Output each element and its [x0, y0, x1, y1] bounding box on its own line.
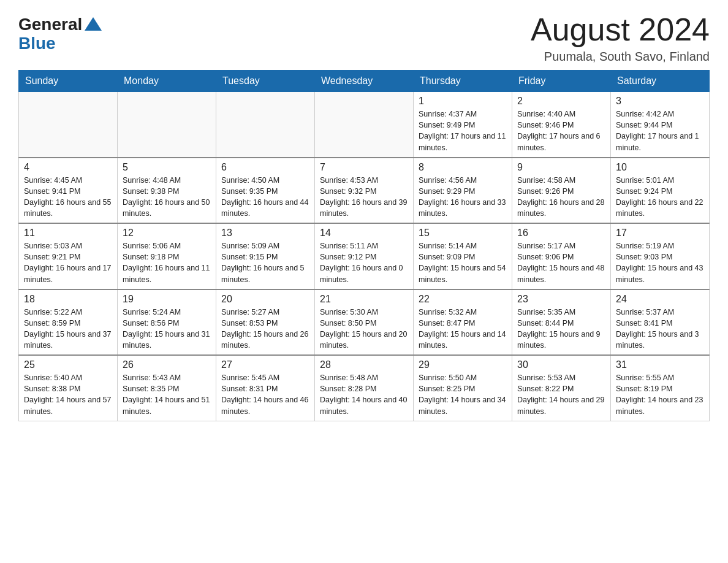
calendar-cell: 25Sunrise: 5:40 AM Sunset: 8:38 PM Dayli… [19, 355, 118, 421]
calendar-cell [315, 92, 414, 158]
day-number: 1 [419, 96, 507, 107]
calendar-cell: 17Sunrise: 5:19 AM Sunset: 9:03 PM Dayli… [611, 223, 710, 289]
day-info: Sunrise: 5:48 AM Sunset: 8:28 PM Dayligh… [320, 372, 408, 417]
weekday-header-tuesday: Tuesday [216, 71, 315, 92]
weekday-header-wednesday: Wednesday [315, 71, 414, 92]
page-header: General Blue August 2024 Puumala, South … [18, 12, 710, 64]
calendar-cell [118, 92, 216, 158]
calendar-week-row: 18Sunrise: 5:22 AM Sunset: 8:59 PM Dayli… [19, 289, 710, 356]
day-number: 18 [24, 294, 112, 305]
day-number: 20 [221, 294, 309, 305]
weekday-header-thursday: Thursday [414, 71, 512, 92]
weekday-header-sunday: Sunday [19, 71, 118, 92]
calendar-cell: 9Sunrise: 4:58 AM Sunset: 9:26 PM Daylig… [512, 158, 611, 224]
day-number: 3 [616, 96, 704, 107]
calendar-table: SundayMondayTuesdayWednesdayThursdayFrid… [18, 70, 710, 421]
calendar-cell: 13Sunrise: 5:09 AM Sunset: 9:15 PM Dayli… [216, 223, 315, 289]
page-subtitle: Puumala, South Savo, Finland [531, 50, 710, 64]
logo-triangle-icon [85, 17, 102, 31]
calendar-cell: 23Sunrise: 5:35 AM Sunset: 8:44 PM Dayli… [512, 289, 611, 356]
weekday-header-monday: Monday [118, 71, 216, 92]
calendar-week-row: 4Sunrise: 4:45 AM Sunset: 9:41 PM Daylig… [19, 158, 710, 224]
day-number: 22 [419, 294, 507, 305]
day-number: 10 [616, 162, 704, 173]
day-info: Sunrise: 5:37 AM Sunset: 8:41 PM Dayligh… [616, 307, 704, 351]
day-number: 2 [517, 96, 605, 107]
day-info: Sunrise: 5:06 AM Sunset: 9:18 PM Dayligh… [123, 240, 211, 285]
calendar-cell: 16Sunrise: 5:17 AM Sunset: 9:06 PM Dayli… [512, 223, 611, 289]
day-number: 14 [320, 228, 408, 239]
day-number: 25 [24, 359, 112, 370]
day-info: Sunrise: 4:53 AM Sunset: 9:32 PM Dayligh… [320, 175, 408, 220]
day-number: 7 [320, 162, 408, 173]
calendar-cell: 15Sunrise: 5:14 AM Sunset: 9:09 PM Dayli… [414, 223, 512, 289]
calendar-cell: 14Sunrise: 5:11 AM Sunset: 9:12 PM Dayli… [315, 223, 414, 289]
calendar-cell [19, 92, 118, 158]
calendar-cell: 31Sunrise: 5:55 AM Sunset: 8:19 PM Dayli… [611, 355, 710, 421]
day-info: Sunrise: 5:19 AM Sunset: 9:03 PM Dayligh… [616, 240, 704, 285]
calendar-cell: 1Sunrise: 4:37 AM Sunset: 9:49 PM Daylig… [414, 92, 512, 158]
day-number: 21 [320, 294, 408, 305]
calendar-week-row: 25Sunrise: 5:40 AM Sunset: 8:38 PM Dayli… [19, 355, 710, 421]
day-number: 17 [616, 228, 704, 239]
day-number: 8 [419, 162, 507, 173]
day-number: 12 [123, 228, 211, 239]
day-info: Sunrise: 5:03 AM Sunset: 9:21 PM Dayligh… [24, 240, 112, 285]
day-info: Sunrise: 5:50 AM Sunset: 8:25 PM Dayligh… [419, 372, 507, 417]
calendar-cell: 28Sunrise: 5:48 AM Sunset: 8:28 PM Dayli… [315, 355, 414, 421]
day-number: 28 [320, 359, 408, 370]
day-number: 6 [221, 162, 309, 173]
calendar-cell: 2Sunrise: 4:40 AM Sunset: 9:46 PM Daylig… [512, 92, 611, 158]
calendar-cell: 7Sunrise: 4:53 AM Sunset: 9:32 PM Daylig… [315, 158, 414, 224]
day-number: 27 [221, 359, 309, 370]
day-number: 11 [24, 228, 112, 239]
calendar-cell: 6Sunrise: 4:50 AM Sunset: 9:35 PM Daylig… [216, 158, 315, 224]
day-number: 5 [123, 162, 211, 173]
title-block: August 2024 Puumala, South Savo, Finland [531, 12, 710, 64]
day-info: Sunrise: 5:14 AM Sunset: 9:09 PM Dayligh… [419, 240, 507, 285]
day-info: Sunrise: 5:30 AM Sunset: 8:50 PM Dayligh… [320, 307, 408, 351]
calendar-cell: 19Sunrise: 5:24 AM Sunset: 8:56 PM Dayli… [118, 289, 216, 356]
calendar-cell: 18Sunrise: 5:22 AM Sunset: 8:59 PM Dayli… [19, 289, 118, 356]
calendar-header-row: SundayMondayTuesdayWednesdayThursdayFrid… [19, 71, 710, 92]
calendar-cell: 26Sunrise: 5:43 AM Sunset: 8:35 PM Dayli… [118, 355, 216, 421]
day-number: 19 [123, 294, 211, 305]
day-info: Sunrise: 5:45 AM Sunset: 8:31 PM Dayligh… [221, 372, 309, 417]
weekday-header-saturday: Saturday [611, 71, 710, 92]
day-info: Sunrise: 5:55 AM Sunset: 8:19 PM Dayligh… [616, 372, 704, 417]
calendar-cell: 29Sunrise: 5:50 AM Sunset: 8:25 PM Dayli… [414, 355, 512, 421]
calendar-week-row: 1Sunrise: 4:37 AM Sunset: 9:49 PM Daylig… [19, 92, 710, 158]
calendar-cell: 4Sunrise: 4:45 AM Sunset: 9:41 PM Daylig… [19, 158, 118, 224]
calendar-cell: 20Sunrise: 5:27 AM Sunset: 8:53 PM Dayli… [216, 289, 315, 356]
calendar-cell: 5Sunrise: 4:48 AM Sunset: 9:38 PM Daylig… [118, 158, 216, 224]
logo-general-text: General [18, 15, 102, 34]
day-info: Sunrise: 5:01 AM Sunset: 9:24 PM Dayligh… [616, 175, 704, 220]
logo-general-label: General [18, 15, 82, 34]
day-info: Sunrise: 4:37 AM Sunset: 9:49 PM Dayligh… [419, 109, 507, 153]
day-number: 4 [24, 162, 112, 173]
calendar-cell [216, 92, 315, 158]
day-info: Sunrise: 5:43 AM Sunset: 8:35 PM Dayligh… [123, 372, 211, 417]
calendar-cell: 22Sunrise: 5:32 AM Sunset: 8:47 PM Dayli… [414, 289, 512, 356]
calendar-cell: 8Sunrise: 4:56 AM Sunset: 9:29 PM Daylig… [414, 158, 512, 224]
calendar-cell: 24Sunrise: 5:37 AM Sunset: 8:41 PM Dayli… [611, 289, 710, 356]
calendar-cell: 27Sunrise: 5:45 AM Sunset: 8:31 PM Dayli… [216, 355, 315, 421]
logo: General Blue [18, 15, 102, 53]
weekday-header-friday: Friday [512, 71, 611, 92]
day-info: Sunrise: 5:22 AM Sunset: 8:59 PM Dayligh… [24, 307, 112, 351]
day-info: Sunrise: 5:17 AM Sunset: 9:06 PM Dayligh… [517, 240, 605, 285]
day-number: 26 [123, 359, 211, 370]
day-number: 16 [517, 228, 605, 239]
day-number: 24 [616, 294, 704, 305]
calendar-cell: 12Sunrise: 5:06 AM Sunset: 9:18 PM Dayli… [118, 223, 216, 289]
calendar-week-row: 11Sunrise: 5:03 AM Sunset: 9:21 PM Dayli… [19, 223, 710, 289]
day-info: Sunrise: 5:40 AM Sunset: 8:38 PM Dayligh… [24, 372, 112, 417]
day-info: Sunrise: 5:09 AM Sunset: 9:15 PM Dayligh… [221, 240, 309, 285]
calendar-cell: 10Sunrise: 5:01 AM Sunset: 9:24 PM Dayli… [611, 158, 710, 224]
day-number: 23 [517, 294, 605, 305]
day-info: Sunrise: 5:11 AM Sunset: 9:12 PM Dayligh… [320, 240, 408, 285]
logo-blue-label: Blue [18, 34, 102, 53]
day-info: Sunrise: 5:53 AM Sunset: 8:22 PM Dayligh… [517, 372, 605, 417]
day-number: 13 [221, 228, 309, 239]
day-info: Sunrise: 4:56 AM Sunset: 9:29 PM Dayligh… [419, 175, 507, 220]
